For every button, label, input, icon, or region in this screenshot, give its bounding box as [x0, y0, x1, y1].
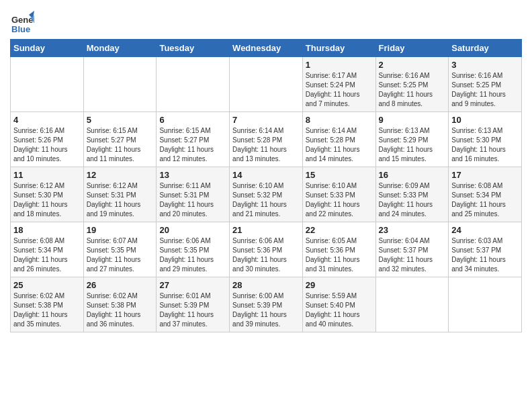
calendar-cell: 16Sunrise: 6:09 AM Sunset: 5:33 PM Dayli… [375, 167, 449, 222]
day-number: 8 [306, 115, 373, 125]
day-number: 10 [451, 115, 519, 125]
calendar-cell: 13Sunrise: 6:11 AM Sunset: 5:31 PM Dayli… [157, 167, 230, 222]
calendar-cell [449, 277, 522, 332]
header-row-days: SundayMondayTuesdayWednesdayThursdayFrid… [11, 40, 522, 57]
calendar-cell: 26Sunrise: 6:02 AM Sunset: 5:38 PM Dayli… [83, 277, 157, 332]
day-info: Sunrise: 6:01 AM Sunset: 5:39 PM Dayligh… [159, 291, 226, 329]
calendar-cell: 6Sunrise: 6:15 AM Sunset: 5:27 PM Daylig… [157, 112, 230, 167]
week-row-3: 18Sunrise: 6:08 AM Sunset: 5:34 PM Dayli… [11, 222, 522, 277]
calendar-cell: 3Sunrise: 6:16 AM Sunset: 5:25 PM Daylig… [449, 57, 522, 112]
day-info: Sunrise: 6:02 AM Sunset: 5:38 PM Dayligh… [13, 291, 81, 329]
day-number: 26 [87, 280, 154, 290]
week-row-1: 4Sunrise: 6:16 AM Sunset: 5:26 PM Daylig… [11, 112, 522, 167]
day-info: Sunrise: 6:15 AM Sunset: 5:27 PM Dayligh… [159, 126, 226, 164]
day-info: Sunrise: 6:04 AM Sunset: 5:37 PM Dayligh… [379, 236, 446, 274]
week-row-2: 11Sunrise: 6:12 AM Sunset: 5:30 PM Dayli… [11, 167, 522, 222]
calendar-cell: 15Sunrise: 6:10 AM Sunset: 5:33 PM Dayli… [302, 167, 375, 222]
header-tuesday: Tuesday [157, 40, 230, 57]
calendar-cell [375, 277, 449, 332]
day-number: 27 [159, 280, 226, 290]
calendar-cell: 2Sunrise: 6:16 AM Sunset: 5:25 PM Daylig… [375, 57, 449, 112]
calendar-cell: 23Sunrise: 6:04 AM Sunset: 5:37 PM Dayli… [375, 222, 449, 277]
calendar-cell: 27Sunrise: 6:01 AM Sunset: 5:39 PM Dayli… [157, 277, 230, 332]
calendar-cell [83, 57, 157, 112]
calendar-cell: 5Sunrise: 6:15 AM Sunset: 5:27 PM Daylig… [83, 112, 157, 167]
day-number: 16 [379, 170, 446, 180]
day-info: Sunrise: 6:14 AM Sunset: 5:28 PM Dayligh… [306, 126, 373, 164]
calendar-cell [230, 57, 303, 112]
day-info: Sunrise: 6:14 AM Sunset: 5:28 PM Dayligh… [232, 126, 300, 164]
calendar-cell: 28Sunrise: 6:00 AM Sunset: 5:39 PM Dayli… [230, 277, 303, 332]
header-row: General Blue [10, 7, 522, 34]
page-container: General Blue SundayMondayTuesdayWednesda… [0, 0, 532, 336]
day-number: 7 [232, 115, 300, 125]
day-number: 24 [451, 225, 519, 235]
calendar-cell: 22Sunrise: 6:05 AM Sunset: 5:36 PM Dayli… [302, 222, 375, 277]
day-number: 18 [13, 225, 81, 235]
day-info: Sunrise: 6:08 AM Sunset: 5:34 PM Dayligh… [451, 181, 519, 219]
header-saturday: Saturday [449, 40, 522, 57]
day-info: Sunrise: 6:11 AM Sunset: 5:31 PM Dayligh… [159, 181, 226, 219]
day-number: 3 [451, 60, 519, 70]
calendar-cell: 20Sunrise: 6:06 AM Sunset: 5:35 PM Dayli… [157, 222, 230, 277]
day-number: 22 [306, 225, 373, 235]
calendar-cell: 14Sunrise: 6:10 AM Sunset: 5:32 PM Dayli… [230, 167, 303, 222]
header-friday: Friday [375, 40, 449, 57]
calendar-cell [157, 57, 230, 112]
day-number: 21 [232, 225, 300, 235]
calendar-cell: 4Sunrise: 6:16 AM Sunset: 5:26 PM Daylig… [11, 112, 84, 167]
day-info: Sunrise: 6:16 AM Sunset: 5:26 PM Dayligh… [13, 126, 81, 164]
calendar-cell: 11Sunrise: 6:12 AM Sunset: 5:30 PM Dayli… [11, 167, 84, 222]
svg-text:Blue: Blue [11, 24, 30, 34]
day-number: 12 [87, 170, 154, 180]
calendar-cell: 10Sunrise: 6:13 AM Sunset: 5:30 PM Dayli… [449, 112, 522, 167]
day-number: 23 [379, 225, 446, 235]
day-info: Sunrise: 6:16 AM Sunset: 5:25 PM Dayligh… [451, 71, 519, 109]
calendar-table: SundayMondayTuesdayWednesdayThursdayFrid… [10, 39, 522, 332]
day-info: Sunrise: 6:13 AM Sunset: 5:29 PM Dayligh… [379, 126, 446, 164]
day-info: Sunrise: 6:02 AM Sunset: 5:38 PM Dayligh… [87, 291, 154, 329]
day-info: Sunrise: 6:08 AM Sunset: 5:34 PM Dayligh… [13, 236, 81, 274]
day-info: Sunrise: 6:00 AM Sunset: 5:39 PM Dayligh… [232, 291, 300, 329]
calendar-cell: 25Sunrise: 6:02 AM Sunset: 5:38 PM Dayli… [11, 277, 84, 332]
day-number: 28 [232, 280, 300, 290]
day-info: Sunrise: 6:06 AM Sunset: 5:35 PM Dayligh… [159, 236, 226, 274]
day-number: 1 [306, 60, 373, 70]
calendar-cell [11, 57, 84, 112]
day-number: 19 [87, 225, 154, 235]
header-thursday: Thursday [302, 40, 375, 57]
calendar-cell: 19Sunrise: 6:07 AM Sunset: 5:35 PM Dayli… [83, 222, 157, 277]
day-number: 15 [306, 170, 373, 180]
day-number: 13 [159, 170, 226, 180]
day-info: Sunrise: 6:03 AM Sunset: 5:37 PM Dayligh… [451, 236, 519, 274]
day-number: 11 [13, 170, 81, 180]
calendar-cell: 9Sunrise: 6:13 AM Sunset: 5:29 PM Daylig… [375, 112, 449, 167]
calendar-cell: 29Sunrise: 5:59 AM Sunset: 5:40 PM Dayli… [302, 277, 375, 332]
day-number: 14 [232, 170, 300, 180]
day-info: Sunrise: 5:59 AM Sunset: 5:40 PM Dayligh… [306, 291, 373, 329]
calendar-cell: 18Sunrise: 6:08 AM Sunset: 5:34 PM Dayli… [11, 222, 84, 277]
calendar-cell: 21Sunrise: 6:06 AM Sunset: 5:36 PM Dayli… [230, 222, 303, 277]
calendar-cell: 8Sunrise: 6:14 AM Sunset: 5:28 PM Daylig… [302, 112, 375, 167]
day-number: 2 [379, 60, 446, 70]
day-info: Sunrise: 6:10 AM Sunset: 5:32 PM Dayligh… [232, 181, 300, 219]
week-row-0: 1Sunrise: 6:17 AM Sunset: 5:24 PM Daylig… [11, 57, 522, 112]
header-wednesday: Wednesday [230, 40, 303, 57]
day-info: Sunrise: 6:09 AM Sunset: 5:33 PM Dayligh… [379, 181, 446, 219]
day-number: 25 [13, 280, 81, 290]
calendar-cell: 12Sunrise: 6:12 AM Sunset: 5:31 PM Dayli… [83, 167, 157, 222]
header-monday: Monday [83, 40, 157, 57]
calendar-cell: 17Sunrise: 6:08 AM Sunset: 5:34 PM Dayli… [449, 167, 522, 222]
day-info: Sunrise: 6:06 AM Sunset: 5:36 PM Dayligh… [232, 236, 300, 274]
day-info: Sunrise: 6:12 AM Sunset: 5:30 PM Dayligh… [13, 181, 81, 219]
day-number: 5 [87, 115, 154, 125]
day-number: 6 [159, 115, 226, 125]
header-sunday: Sunday [11, 40, 84, 57]
calendar-cell: 7Sunrise: 6:14 AM Sunset: 5:28 PM Daylig… [230, 112, 303, 167]
day-info: Sunrise: 6:17 AM Sunset: 5:24 PM Dayligh… [306, 71, 373, 109]
day-info: Sunrise: 6:13 AM Sunset: 5:30 PM Dayligh… [451, 126, 519, 164]
day-number: 9 [379, 115, 446, 125]
week-row-4: 25Sunrise: 6:02 AM Sunset: 5:38 PM Dayli… [11, 277, 522, 332]
day-info: Sunrise: 6:10 AM Sunset: 5:33 PM Dayligh… [306, 181, 373, 219]
day-number: 29 [306, 280, 373, 290]
